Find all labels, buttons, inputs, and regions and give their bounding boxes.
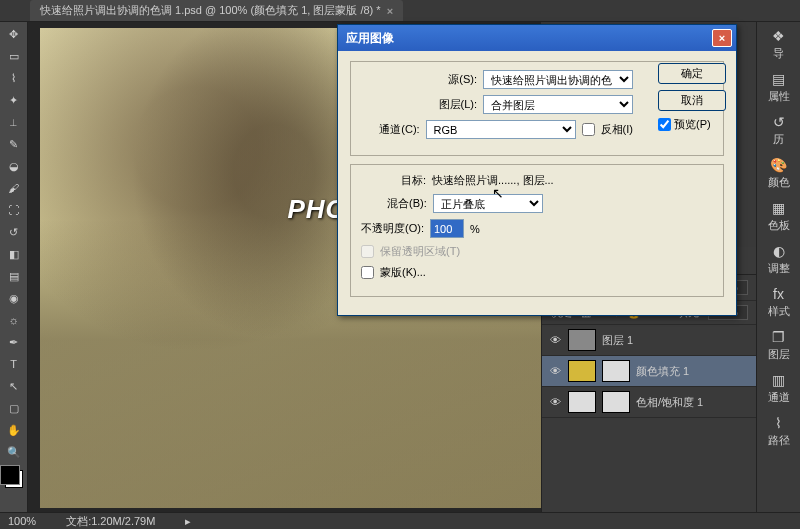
invert-checkbox[interactable] (582, 123, 595, 136)
lasso-tool[interactable]: ⌇ (5, 70, 23, 86)
close-icon[interactable]: × (712, 29, 732, 47)
ok-button[interactable]: 确定 (658, 63, 726, 84)
cursor-icon: ↖ (492, 185, 504, 201)
layer-name: 色相/饱和度 1 (636, 395, 703, 410)
source-select[interactable]: 快速给照片调出协调的色... (483, 70, 633, 89)
tab-title: 快速给照片调出协调的色调 1.psd @ 100% (颜色填充 1, 图层蒙版 … (40, 3, 381, 18)
tab-navigator[interactable]: ❖导 (772, 28, 785, 61)
zoom-tool[interactable]: 🔍 (5, 444, 23, 460)
shape-tool[interactable]: ▢ (5, 400, 23, 416)
doc-info: 文档:1.20M/2.79M (66, 514, 155, 529)
layer-row[interactable]: 👁 图层 1 (542, 325, 756, 356)
opacity-input[interactable] (430, 219, 464, 238)
right-dock-tabs: ❖导 ▤属性 ↺历 🎨颜色 ▦色板 ◐调整 fx样式 ❐图层 ▥通道 ⌇路径 (756, 22, 800, 512)
blend-select[interactable]: 正片叠底 (433, 194, 543, 213)
status-bar: 100% 文档:1.20M/2.79M ▸ (0, 512, 800, 529)
opacity-unit: % (470, 223, 480, 235)
brush-tool[interactable]: 🖌 (5, 180, 23, 196)
tab-color[interactable]: 🎨颜色 (768, 157, 790, 190)
move-tool[interactable]: ✥ (5, 26, 23, 42)
layer-name: 颜色填充 1 (636, 364, 689, 379)
visibility-icon[interactable]: 👁 (548, 396, 562, 408)
mask-checkbox[interactable] (361, 266, 374, 279)
crop-tool[interactable]: ⟂ (5, 114, 23, 130)
visibility-icon[interactable]: 👁 (548, 365, 562, 377)
marquee-tool[interactable]: ▭ (5, 48, 23, 64)
layer-thumb (568, 329, 596, 351)
statusbar-chevron-icon[interactable]: ▸ (185, 515, 191, 528)
tab-styles[interactable]: fx样式 (768, 286, 790, 319)
layer-name: 图层 1 (602, 333, 633, 348)
apply-image-dialog: 应用图像 × 源(S): 快速给照片调出协调的色... 图层(L): 合并图层 … (337, 24, 737, 316)
layer-row[interactable]: 👁 色相/饱和度 1 (542, 387, 756, 418)
preview-checkbox[interactable] (658, 118, 671, 131)
visibility-icon[interactable]: 👁 (548, 334, 562, 346)
tools-toolbar: ✥ ▭ ⌇ ✦ ⟂ ✎ ◒ 🖌 ⛶ ↺ ◧ ▤ ◉ ☼ ✒ T ↖ ▢ ✋ 🔍 (0, 22, 28, 512)
channel-select[interactable]: RGB (426, 120, 576, 139)
history-brush-tool[interactable]: ↺ (5, 224, 23, 240)
tab-adjustments[interactable]: ◐调整 (768, 243, 790, 276)
tab-properties[interactable]: ▤属性 (768, 71, 790, 104)
eraser-tool[interactable]: ◧ (5, 246, 23, 262)
wand-tool[interactable]: ✦ (5, 92, 23, 108)
blend-label: 混合(B): (387, 196, 427, 211)
gradient-tool[interactable]: ▤ (5, 268, 23, 284)
tab-swatches[interactable]: ▦色板 (768, 200, 790, 233)
path-tool[interactable]: ↖ (5, 378, 23, 394)
mask-label: 蒙版(K)... (380, 265, 426, 280)
preserve-transparency-checkbox (361, 245, 374, 258)
hand-tool[interactable]: ✋ (5, 422, 23, 438)
close-tab-icon[interactable]: × (387, 5, 393, 17)
layer-mask-thumb (602, 360, 630, 382)
dodge-tool[interactable]: ☼ (5, 312, 23, 328)
channel-label: 通道(C): (379, 122, 419, 137)
eyedropper-tool[interactable]: ✎ (5, 136, 23, 152)
preserve-label: 保留透明区域(T) (380, 244, 460, 259)
dialog-title: 应用图像 (346, 30, 394, 47)
dialog-titlebar[interactable]: 应用图像 × (338, 25, 736, 51)
layer-label: 图层(L): (439, 97, 478, 112)
pen-tool[interactable]: ✒ (5, 334, 23, 350)
color-swatch[interactable] (5, 470, 23, 488)
source-label: 源(S): (448, 72, 477, 87)
invert-label: 反相(I) (601, 122, 633, 137)
layer-thumb (568, 391, 596, 413)
heal-tool[interactable]: ◒ (5, 158, 23, 174)
tab-paths[interactable]: ⌇路径 (768, 415, 790, 448)
cancel-button[interactable]: 取消 (658, 90, 726, 111)
preview-label: 预览(P) (674, 117, 711, 132)
document-tab[interactable]: 快速给照片调出协调的色调 1.psd @ 100% (颜色填充 1, 图层蒙版 … (30, 0, 403, 21)
blur-tool[interactable]: ◉ (5, 290, 23, 306)
opacity-label: 不透明度(O): (361, 221, 424, 236)
layer-mask-thumb (602, 391, 630, 413)
stamp-tool[interactable]: ⛶ (5, 202, 23, 218)
layer-row[interactable]: 👁 颜色填充 1 (542, 356, 756, 387)
tab-history[interactable]: ↺历 (773, 114, 785, 147)
layer-select[interactable]: 合并图层 (483, 95, 633, 114)
layer-thumb (568, 360, 596, 382)
type-tool[interactable]: T (5, 356, 23, 372)
zoom-level[interactable]: 100% (8, 515, 36, 527)
tab-channels[interactable]: ▥通道 (768, 372, 790, 405)
tab-layers[interactable]: ❐图层 (768, 329, 790, 362)
target-label: 目标: (401, 173, 426, 188)
